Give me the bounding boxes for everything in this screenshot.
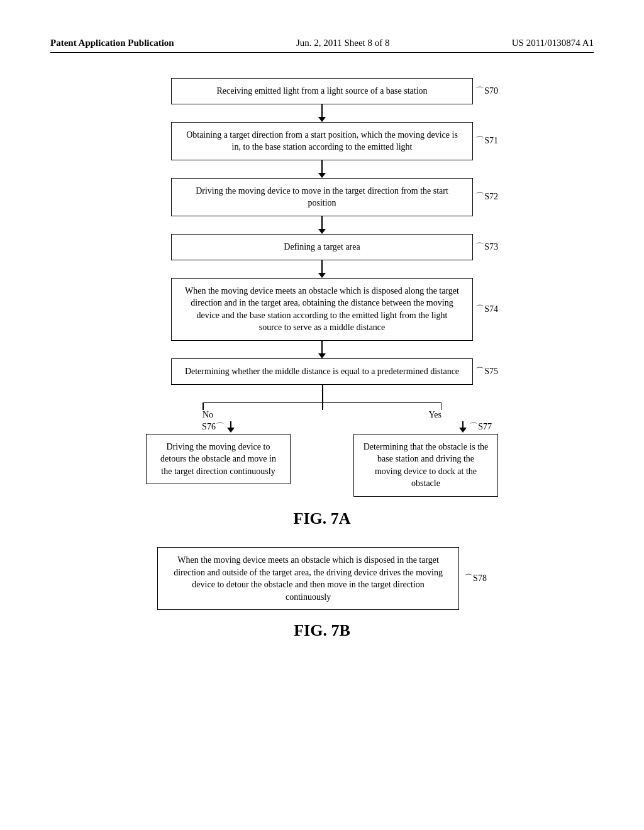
header-publication-label: Patent Application Publication [50, 38, 174, 48]
branch-left-down [203, 402, 204, 410]
s77-branch: ⌒S77 Determining that the obstacle is th… [353, 421, 498, 497]
arrow-s73-s74 [318, 260, 326, 278]
box-s77: Determining that the obstacle is the bas… [353, 434, 498, 497]
box-s72: Driving the moving device to move in the… [171, 178, 473, 216]
page-header: Patent Application Publication Jun. 2, 2… [50, 38, 594, 53]
label-s75: ⌒S75 [475, 366, 498, 377]
box-s78: When the moving device meets an obstacle… [157, 547, 459, 610]
flowchart-7a: Receiving emitted light from a light sou… [50, 78, 594, 497]
arrow-s74-s75 [318, 341, 326, 358]
label-s70: ⌒S70 [475, 86, 498, 97]
box-s76: Driving the moving device to detours the… [146, 434, 291, 485]
branch-vert-center [322, 385, 323, 410]
box-s75: Determining whether the middle distance … [171, 358, 473, 385]
step-s78-row: When the moving device meets an obstacle… [157, 547, 487, 610]
label-s71: ⌒S71 [475, 135, 498, 147]
branch-right-down [441, 402, 442, 410]
branch-line-area [171, 385, 473, 410]
label-s74: ⌒S74 [475, 304, 498, 315]
arrow-s72-s73 [318, 216, 326, 234]
branch-horiz-line [203, 402, 441, 404]
step-s70-row: Receiving emitted light from a light sou… [50, 78, 594, 104]
box-s71: Obtaining a target direction from a star… [171, 122, 473, 160]
label-s73: ⌒S73 [475, 241, 498, 253]
label-s78: ⌒S78 [464, 573, 487, 584]
yes-label: Yes [429, 410, 441, 420]
step-s73-row: Defining a target area ⌒S73 [50, 234, 594, 260]
flowchart-7b: When the moving device meets an obstacle… [50, 547, 594, 610]
arrow-s71-s72 [318, 160, 326, 178]
fig-7a-label: FIG. 7A [50, 509, 594, 528]
label-s77: ⌒S77 [469, 421, 492, 433]
label-s76: S76⌒ [202, 421, 225, 433]
step-s74-row: When the moving device meets an obstacle… [50, 278, 594, 341]
no-label: No [203, 410, 213, 420]
step-s71-row: Obtaining a target direction from a star… [50, 122, 594, 160]
label-s72: ⌒S72 [475, 191, 498, 202]
header-date-sheet: Jun. 2, 2011 Sheet 8 of 8 [296, 38, 390, 48]
branch-labels: No Yes [171, 410, 473, 420]
header-patent-number: US 2011/0130874 A1 [512, 38, 594, 48]
s76-branch: S76⌒ Driving the moving device to detour… [146, 421, 291, 485]
page: Patent Application Publication Jun. 2, 2… [0, 0, 644, 830]
step-s72-row: Driving the moving device to move in the… [50, 178, 594, 216]
box-s74: When the moving device meets an obstacle… [171, 278, 473, 341]
box-s73: Defining a target area [171, 234, 473, 260]
fig-7b-label: FIG. 7B [50, 621, 594, 640]
arrow-s70-s71 [318, 104, 326, 122]
step-s75-row: Determining whether the middle distance … [50, 358, 594, 385]
box-s70: Receiving emitted light from a light sou… [171, 78, 473, 104]
branch-arrows-row: S76⌒ Driving the moving device to detour… [146, 421, 498, 497]
